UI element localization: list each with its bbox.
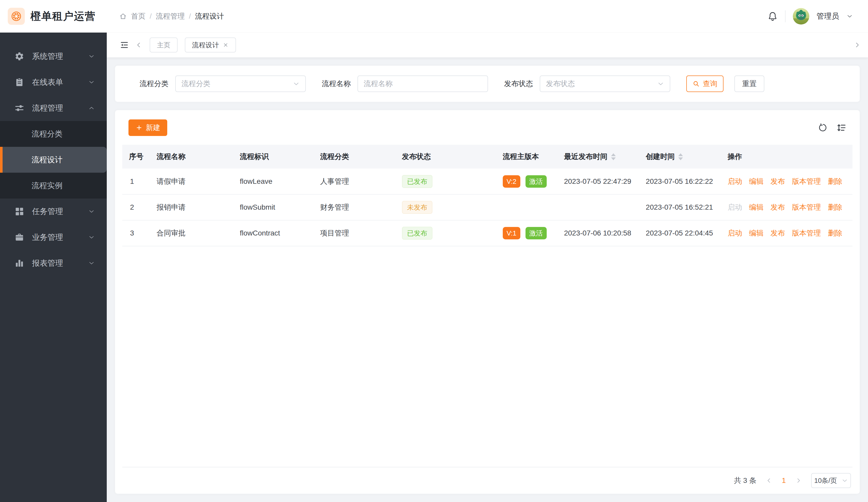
sidebar-item-business[interactable]: 业务管理: [0, 224, 107, 250]
grid-icon: [14, 206, 24, 216]
col-index: 序号: [122, 145, 153, 168]
chevron-down-icon[interactable]: [846, 13, 853, 20]
header-divider: [785, 10, 786, 22]
tab-flow-design[interactable]: 流程设计: [185, 38, 236, 52]
publish-link[interactable]: 发布: [771, 229, 785, 237]
plus-icon: [135, 124, 143, 131]
cell-flow-name: 请假申请: [153, 168, 236, 194]
sidebar-item-label: 流程实例: [32, 181, 95, 191]
sidebar: 系统管理 在线表单 流程管理 流程分类: [0, 33, 107, 502]
app-title: 橙单租户运营: [31, 9, 96, 23]
create-button[interactable]: 新建: [128, 120, 167, 136]
gear-icon: [14, 51, 24, 61]
search-button-label: 查询: [703, 79, 717, 89]
cell-category: 项目管理: [317, 220, 398, 246]
start-link[interactable]: 启动: [728, 203, 742, 211]
breadcrumb-home[interactable]: 首页: [131, 11, 146, 21]
sidebar-item-flow-design[interactable]: 流程设计: [0, 147, 107, 173]
user-name[interactable]: 管理员: [817, 11, 839, 21]
logo-area: 橙单租户运营: [0, 8, 107, 25]
sort-asc-icon[interactable]: [678, 153, 683, 156]
breadcrumb-flow-management[interactable]: 流程管理: [156, 11, 185, 21]
tab-label: 主页: [157, 41, 170, 50]
cell-category: 财务管理: [317, 194, 398, 220]
table-row: 3 合同审批 flowContract 项目管理 已发布 V:1激活 2023-…: [122, 220, 852, 246]
filter-group-category: 流程分类 流程分类: [140, 75, 306, 92]
table-wrap: 序号 流程名称 流程标识 流程分类 发布状态 流程主版本 最近发布时间: [122, 145, 852, 467]
chevron-down-icon: [88, 208, 95, 215]
sort-desc-icon[interactable]: [678, 157, 683, 160]
page-number[interactable]: 1: [782, 477, 786, 485]
search-icon: [692, 80, 700, 88]
sliders-icon: [14, 103, 24, 113]
col-last-publish-time: 最近发布时间: [560, 145, 642, 168]
breadcrumb: 首页 / 流程管理 / 流程设计: [119, 11, 224, 21]
cell-flow-key: flowSubmit: [236, 194, 317, 220]
delete-link[interactable]: 删除: [828, 177, 843, 185]
col-flow-category: 流程分类: [317, 145, 398, 168]
reset-button[interactable]: 重置: [734, 75, 764, 92]
edit-link[interactable]: 编辑: [749, 177, 764, 185]
sort-icons[interactable]: [611, 153, 616, 160]
sidebar-item-flow-category[interactable]: 流程分类: [0, 121, 107, 147]
cell-actions: 启动编辑发布版本管理删除: [724, 168, 852, 194]
sidebar-item-label: 在线表单: [32, 77, 88, 88]
prev-page-icon[interactable]: [766, 477, 772, 484]
col-actions: 操作: [724, 145, 852, 168]
delete-link[interactable]: 删除: [828, 229, 843, 237]
table-tools: [818, 123, 846, 133]
cell-flow-name: 报销申请: [153, 194, 236, 220]
refresh-icon[interactable]: [818, 123, 828, 133]
sidebar-item-label: 流程分类: [32, 129, 95, 139]
edit-link[interactable]: 编辑: [749, 229, 764, 237]
sidebar-item-flow-instance[interactable]: 流程实例: [0, 173, 107, 198]
sidebar-item-report[interactable]: 报表管理: [0, 250, 107, 276]
menu-fold-icon[interactable]: [120, 40, 129, 50]
delete-link[interactable]: 删除: [828, 203, 843, 211]
tab-home[interactable]: 主页: [150, 38, 178, 52]
search-button[interactable]: 查询: [686, 75, 724, 92]
cell-actions: 启动编辑发布版本管理删除: [724, 220, 852, 246]
category-select[interactable]: 流程分类: [175, 75, 306, 92]
tabs-scroll-right-icon[interactable]: [854, 41, 861, 49]
close-icon[interactable]: [223, 42, 229, 48]
chevron-down-icon: [293, 80, 300, 87]
sidebar-item-flow-management[interactable]: 流程管理: [0, 95, 107, 121]
cell-create-time: 2023-07-05 16:52:21: [642, 194, 724, 220]
publish-link[interactable]: 发布: [771, 203, 785, 211]
cell-index: 3: [122, 220, 153, 246]
app-logo[interactable]: [8, 8, 25, 25]
version-manage-link[interactable]: 版本管理: [792, 229, 821, 237]
edit-link[interactable]: 编辑: [749, 203, 764, 211]
sidebar-item-system[interactable]: 系统管理: [0, 43, 107, 69]
cell-actions: 启动编辑发布版本管理删除: [724, 194, 852, 220]
flow-name-input[interactable]: [358, 75, 488, 92]
sidebar-item-label: 业务管理: [32, 232, 88, 243]
notification-bell-icon[interactable]: [767, 11, 778, 21]
sort-icons[interactable]: [678, 153, 683, 160]
sidebar-item-task[interactable]: 任务管理: [0, 198, 107, 224]
cell-last-publish-time: 2023-07-05 22:47:29: [560, 168, 642, 194]
row-density-icon[interactable]: [836, 123, 846, 133]
version-manage-link[interactable]: 版本管理: [792, 203, 821, 211]
sidebar-item-label: 流程管理: [32, 103, 88, 113]
filter-name-label: 流程名称: [322, 79, 351, 89]
sort-asc-icon[interactable]: [611, 153, 616, 156]
sidebar-item-label: 任务管理: [32, 206, 88, 217]
user-avatar[interactable]: [793, 8, 809, 24]
table-header-row: 序号 流程名称 流程标识 流程分类 发布状态 流程主版本 最近发布时间: [122, 145, 852, 168]
version-manage-link[interactable]: 版本管理: [792, 177, 821, 185]
sort-desc-icon[interactable]: [611, 157, 616, 160]
status-select[interactable]: 发布状态: [540, 75, 670, 92]
next-page-icon[interactable]: [795, 477, 802, 484]
tabs-scroll-left-icon[interactable]: [135, 41, 142, 49]
page-size-select[interactable]: 10条/页: [811, 473, 851, 488]
sidebar-item-online-form[interactable]: 在线表单: [0, 69, 107, 95]
publish-link[interactable]: 发布: [771, 177, 785, 185]
filter-group-status: 发布状态 发布状态: [504, 75, 670, 92]
start-link[interactable]: 启动: [728, 177, 742, 185]
active-badge: 激活: [526, 175, 547, 188]
start-link[interactable]: 启动: [728, 229, 742, 237]
col-flow-name: 流程名称: [153, 145, 236, 168]
chevron-down-icon: [657, 80, 664, 87]
